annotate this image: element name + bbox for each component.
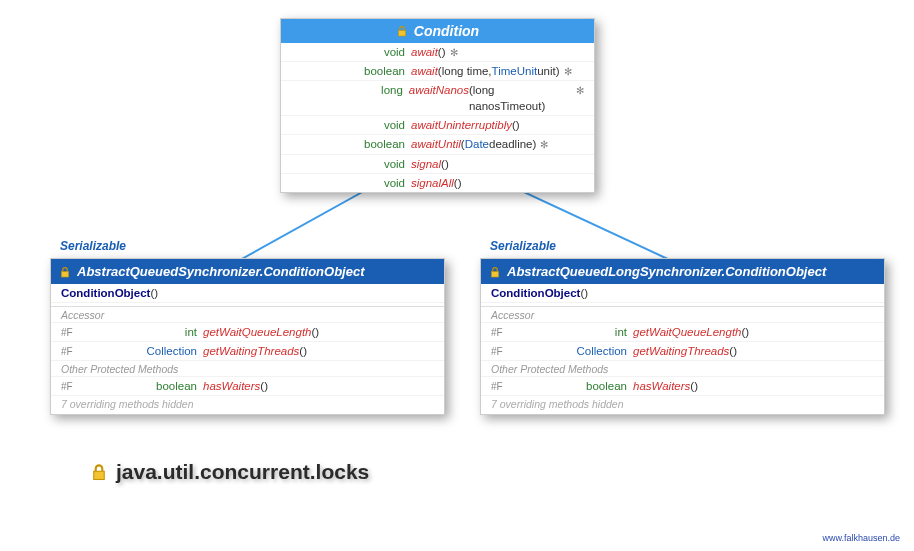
svg-rect-5	[94, 471, 105, 479]
class-title-text: AbstractQueuedLongSynchronizer.Condition…	[507, 264, 826, 279]
constructor-row: ConditionObject ()	[481, 284, 884, 303]
class-box-aqs-conditionobject: AbstractQueuedSynchronizer.ConditionObje…	[50, 258, 445, 415]
class-title-text: AbstractQueuedSynchronizer.ConditionObje…	[77, 264, 364, 279]
section-other: Other Protected Methods	[481, 361, 884, 377]
svg-rect-3	[62, 271, 69, 277]
serializable-tag-left: Serializable	[60, 239, 126, 253]
method-row: long awaitNanos (long nanosTimeout) ✻	[281, 81, 594, 116]
throws-marker: ✻	[450, 46, 458, 60]
class-box-condition: Condition void await () ✻boolean await (…	[280, 18, 595, 193]
hidden-methods-note: 7 overriding methods hidden	[51, 396, 444, 414]
throws-marker: ✻	[564, 65, 572, 79]
svg-rect-2	[398, 31, 405, 37]
hidden-methods-note: 7 overriding methods hidden	[481, 396, 884, 414]
throws-marker: ✻	[540, 138, 548, 152]
lock-icon	[59, 266, 71, 278]
method-row: void await () ✻	[281, 43, 594, 62]
serializable-tag-right: Serializable	[490, 239, 556, 253]
package-name: java.util.concurrent.locks	[116, 460, 369, 484]
section-accessor: Accessor	[51, 307, 444, 323]
lock-icon	[396, 25, 408, 37]
method-row: void signalAll ()	[281, 174, 594, 192]
package-title: java.util.concurrent.locks	[90, 460, 369, 484]
class-title-condition: Condition	[281, 19, 594, 43]
method-row: #Fint getWaitQueueLength ()	[481, 323, 884, 342]
class-title: AbstractQueuedSynchronizer.ConditionObje…	[51, 259, 444, 284]
method-row: #FCollection getWaitingThreads ()	[51, 342, 444, 361]
lock-icon	[489, 266, 501, 278]
method-row: #Fboolean hasWaiters ()	[481, 377, 884, 396]
section-accessor: Accessor	[481, 307, 884, 323]
method-row: void signal ()	[281, 155, 594, 174]
footer-link[interactable]: www.falkhausen.de	[822, 533, 900, 543]
method-row: #Fint getWaitQueueLength ()	[51, 323, 444, 342]
method-row: void awaitUninterruptibly ()	[281, 116, 594, 135]
class-title: AbstractQueuedLongSynchronizer.Condition…	[481, 259, 884, 284]
method-row: boolean awaitUntil (Date deadline) ✻	[281, 135, 594, 154]
lock-icon	[90, 463, 108, 481]
section-other: Other Protected Methods	[51, 361, 444, 377]
method-row: #Fboolean hasWaiters ()	[51, 377, 444, 396]
class-title-text: Condition	[414, 23, 479, 39]
class-box-aqls-conditionobject: AbstractQueuedLongSynchronizer.Condition…	[480, 258, 885, 415]
svg-rect-4	[492, 271, 499, 277]
method-row: #FCollection getWaitingThreads ()	[481, 342, 884, 361]
throws-marker: ✻	[576, 84, 584, 98]
method-row: boolean await (long time, TimeUnit unit)…	[281, 62, 594, 81]
constructor-row: ConditionObject ()	[51, 284, 444, 303]
